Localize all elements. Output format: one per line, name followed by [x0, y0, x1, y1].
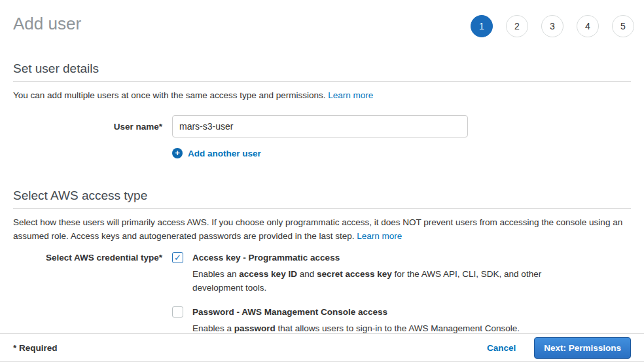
username-input[interactable] — [172, 115, 468, 137]
user-details-intro-text: You can add multiple users at once with … — [13, 90, 326, 100]
add-another-user-button[interactable]: + Add another user — [172, 148, 261, 158]
access-type-intro-text: Select how these users will primarily ac… — [13, 217, 622, 241]
add-another-user-label: Add another user — [188, 149, 261, 158]
required-note: * Required — [13, 343, 58, 353]
page-title: Add user — [13, 12, 81, 35]
option-password: Password - AWS Management Console access… — [172, 306, 559, 335]
step-1-active: 1 — [471, 15, 493, 37]
footer-actions: Cancel Next: Permissions — [487, 337, 631, 359]
set-user-details-section: Set user details You can add multiple us… — [13, 62, 631, 158]
desc-text: Enables an — [192, 269, 239, 279]
select-access-type-heading: Select AWS access type — [13, 189, 631, 203]
desc-bold: password — [234, 323, 276, 333]
checkmark-icon: ✓ — [174, 253, 181, 262]
user-details-intro: You can add multiple users at once with … — [13, 88, 631, 102]
credential-options: ✓ Access key - Programmatic access Enabl… — [172, 252, 559, 335]
credential-type-label: Select AWS credential type* — [13, 252, 162, 335]
credential-type-row: Select AWS credential type* ✓ Access key… — [13, 252, 631, 335]
section-divider — [13, 81, 631, 82]
step-3: 3 — [541, 15, 564, 37]
step-2: 2 — [506, 15, 528, 37]
desc-bold: access key ID — [239, 269, 297, 279]
access-type-intro: Select how these users will primarily ac… — [13, 215, 631, 243]
step-5: 5 — [612, 15, 634, 37]
user-details-learn-more-link[interactable]: Learn more — [328, 90, 373, 100]
step-4: 4 — [577, 15, 599, 37]
option-access-key: ✓ Access key - Programmatic access Enabl… — [172, 252, 559, 295]
username-label: User name* — [13, 122, 162, 132]
password-option-title: Password - AWS Management Console access — [192, 306, 520, 318]
add-user-page: Add user 1 2 3 4 5 Set user details You … — [0, 0, 644, 364]
set-user-details-heading: Set user details — [13, 62, 631, 76]
cancel-button[interactable]: Cancel — [487, 343, 516, 353]
access-key-option-title: Access key - Programmatic access — [192, 252, 559, 263]
page-header: Add user 1 2 3 4 5 — [0, 0, 644, 37]
access-key-checkbox-checked[interactable]: ✓ — [172, 252, 183, 263]
password-option-body: Password - AWS Management Console access… — [192, 306, 520, 335]
desc-text: and — [297, 269, 317, 279]
wizard-footer: * Required Cancel Next: Permissions — [0, 333, 644, 362]
password-checkbox-unchecked[interactable] — [172, 306, 183, 318]
access-key-option-body: Access key - Programmatic access Enables… — [192, 252, 559, 295]
desc-text: that allows users to sign-in to the AWS … — [276, 323, 520, 333]
wizard-step-indicator: 1 2 3 4 5 — [471, 15, 634, 37]
desc-bold: secret access key — [317, 269, 392, 279]
access-type-learn-more-link[interactable]: Learn more — [357, 231, 402, 241]
desc-text: Enables a — [192, 323, 234, 333]
username-form-row: User name* — [13, 115, 631, 137]
access-key-option-desc: Enables an access key ID and secret acce… — [192, 267, 559, 295]
next-permissions-button[interactable]: Next: Permissions — [534, 337, 631, 359]
plus-circle-icon: + — [172, 148, 183, 158]
section-divider — [13, 208, 631, 209]
select-access-type-section: Select AWS access type Select how these … — [13, 189, 631, 335]
